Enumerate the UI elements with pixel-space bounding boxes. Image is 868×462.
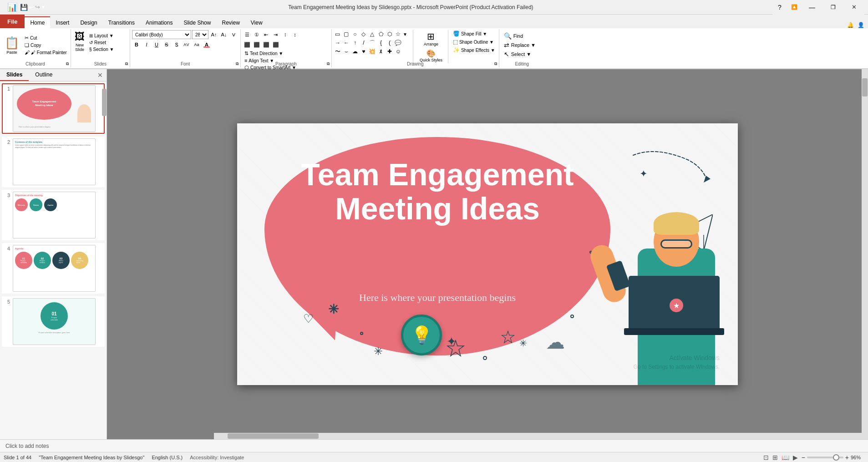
maximize-button[interactable]: ❐: [822, 0, 843, 15]
shape-btn-rounded-rect[interactable]: ▢: [342, 30, 350, 38]
shape-effects-button[interactable]: ✨ Shape Effects ▼: [451, 46, 497, 54]
replace-button[interactable]: ⇄ Replace ▼: [501, 41, 543, 49]
tab-file[interactable]: File: [0, 15, 25, 28]
sidebar-close-button[interactable]: ✕: [94, 70, 107, 81]
clear-formatting-button[interactable]: Ⅴ: [229, 30, 239, 39]
shadow-button[interactable]: S: [172, 40, 181, 49]
underline-button[interactable]: U: [152, 40, 161, 49]
align-left-button[interactable]: ⬛: [243, 40, 252, 49]
decrease-indent-button[interactable]: ⇤: [262, 30, 271, 39]
tab-view[interactable]: View: [245, 16, 268, 28]
tab-slideshow[interactable]: Slide Show: [178, 16, 216, 28]
language-indicator[interactable]: English (U.S.): [152, 455, 183, 460]
copy-button[interactable]: ❏ Copy: [23, 42, 69, 49]
layout-button[interactable]: ⊞ Layout ▼: [87, 33, 116, 39]
shape-btn-cloud[interactable]: ☁: [351, 47, 359, 56]
accessibility-indicator[interactable]: Accessibility: Investigate: [190, 455, 244, 460]
slide-canvas[interactable]: Team Engagement Meeting Ideas Here is wh…: [237, 123, 738, 385]
decrease-font-button[interactable]: A↓: [219, 30, 228, 39]
minimize-button[interactable]: —: [802, 0, 822, 15]
reading-view-icon[interactable]: 📖: [782, 454, 789, 461]
shape-btn-star[interactable]: ☆: [394, 30, 402, 38]
shape-btn-smiley[interactable]: ☺: [394, 47, 402, 56]
paragraph-expand-icon[interactable]: ⧉: [327, 61, 330, 66]
slide-item-2[interactable]: 2 Contents of this template Lorem ipsum …: [2, 137, 105, 187]
section-button[interactable]: § Section ▼: [87, 46, 116, 52]
bullets-button[interactable]: ☰: [243, 30, 252, 39]
shape-btn-arrow-up[interactable]: ↑: [351, 39, 359, 47]
undo-icon[interactable]: ↩: [29, 4, 34, 11]
font-color-button[interactable]: A: [202, 40, 211, 49]
shape-btn-triangle[interactable]: △: [368, 30, 376, 38]
quick-access-toolbar[interactable]: 📊 💾 ↩ ↪ ▼: [4, 2, 49, 12]
increase-indent-button[interactable]: ⇥: [271, 30, 280, 39]
line-spacing-button[interactable]: ↕: [290, 30, 299, 39]
shape-btn-arc[interactable]: ⌣: [342, 47, 350, 56]
shape-btn-hexagon[interactable]: ⬡: [386, 30, 394, 38]
increase-font-button[interactable]: A↑: [209, 30, 218, 39]
columns-button[interactable]: ⫶: [281, 30, 290, 39]
shape-btn-callout[interactable]: 💬: [394, 39, 402, 47]
shape-btn-arrow-left[interactable]: ←: [342, 39, 350, 47]
slideshow-icon[interactable]: ▶: [793, 454, 798, 461]
shape-fill-button[interactable]: 🪣 Shape Fill ▼: [451, 30, 497, 37]
case-button[interactable]: Aa: [192, 40, 201, 49]
zoom-out-button[interactable]: −: [802, 454, 805, 461]
help-button[interactable]: ?: [772, 0, 787, 15]
zoom-control[interactable]: − + 96%: [802, 454, 864, 461]
sidebar-tab-slides[interactable]: Slides: [0, 69, 29, 81]
shape-btn-ribbon[interactable]: 🎗: [377, 47, 385, 56]
slides-expand-icon[interactable]: ⧉: [125, 61, 128, 66]
window-controls[interactable]: ? 🔼 — ❐ ✕: [772, 0, 864, 15]
numbering-button[interactable]: ①: [252, 30, 261, 39]
shape-btn-explosion[interactable]: 💥: [368, 47, 376, 56]
shape-btn-circle[interactable]: ○: [351, 30, 359, 38]
canvas-hscroll[interactable]: [214, 433, 862, 439]
shape-outline-button[interactable]: ⬚ Shape Outline ▼: [451, 38, 497, 46]
canvas-area[interactable]: Team Engagement Meeting Ideas Here is wh…: [107, 69, 868, 439]
paste-button[interactable]: 📋 Paste: [2, 30, 22, 60]
shape-btn-pentagon[interactable]: ⬠: [377, 30, 385, 38]
shape-btn-arrow-right[interactable]: →: [334, 39, 342, 47]
zoom-slider[interactable]: [807, 457, 843, 458]
slide-title[interactable]: Team Engagement Meeting Ideas: [264, 157, 610, 226]
shape-btn-more[interactable]: ▼: [403, 30, 409, 38]
tab-home[interactable]: Home: [25, 16, 50, 28]
shape-btn-brace[interactable]: (: [386, 39, 394, 47]
slide-item-5[interactable]: 5 01 Projectschedule Project schedule de…: [2, 296, 105, 347]
customize-icon[interactable]: ▼: [41, 5, 46, 10]
align-right-button[interactable]: ⬛: [262, 40, 271, 49]
tab-design[interactable]: Design: [75, 16, 102, 28]
redo-icon[interactable]: ↪: [35, 4, 40, 10]
shape-btn-line[interactable]: /: [360, 39, 368, 47]
normal-view-icon[interactable]: ⊡: [763, 454, 769, 461]
shape-btn-wave[interactable]: 〜: [334, 47, 342, 56]
tab-review[interactable]: Review: [216, 16, 245, 28]
ribbon-collapse-button[interactable]: 🔼: [787, 0, 802, 15]
drawing-expand-icon[interactable]: ⧉: [494, 61, 497, 66]
font-expand-icon[interactable]: ⧉: [236, 61, 239, 66]
new-slide-button[interactable]: 🖼 NewSlide: [73, 30, 86, 53]
canvas-vscroll[interactable]: [862, 69, 868, 439]
shape-btn-bracket[interactable]: {: [377, 39, 385, 47]
slide-item-1[interactable]: 1 Team EngagementMeeting Ideas Here is w…: [2, 83, 105, 134]
select-button[interactable]: ↖ Select ▼: [501, 50, 543, 58]
tab-insert[interactable]: Insert: [50, 16, 75, 28]
italic-button[interactable]: I: [142, 40, 151, 49]
sidebar-tab-outline[interactable]: Outline: [29, 69, 59, 81]
save-icon[interactable]: 💾: [20, 4, 28, 11]
strikethrough-button[interactable]: S: [162, 40, 171, 49]
slide-sorter-icon[interactable]: ⊞: [772, 454, 778, 461]
reset-button[interactable]: ↺ Reset: [87, 40, 116, 46]
clipboard-expand-icon[interactable]: ⧉: [66, 61, 69, 66]
shape-btn-curve[interactable]: ⌒: [368, 39, 376, 47]
justify-button[interactable]: ⬛: [271, 40, 280, 49]
slide-item-3[interactable]: 3 Objectives of the meeting Mercury Venu…: [2, 190, 105, 240]
shape-btn-cross[interactable]: ✚: [386, 47, 394, 56]
zoom-in-button[interactable]: +: [845, 454, 849, 461]
align-center-button[interactable]: ⬛: [252, 40, 261, 49]
tab-animations[interactable]: Animations: [140, 16, 178, 28]
shape-btn-rect[interactable]: ▭: [334, 30, 342, 38]
sidebar-scrollbar[interactable]: [102, 84, 107, 357]
shape-btn-diamond[interactable]: ◇: [360, 30, 368, 38]
